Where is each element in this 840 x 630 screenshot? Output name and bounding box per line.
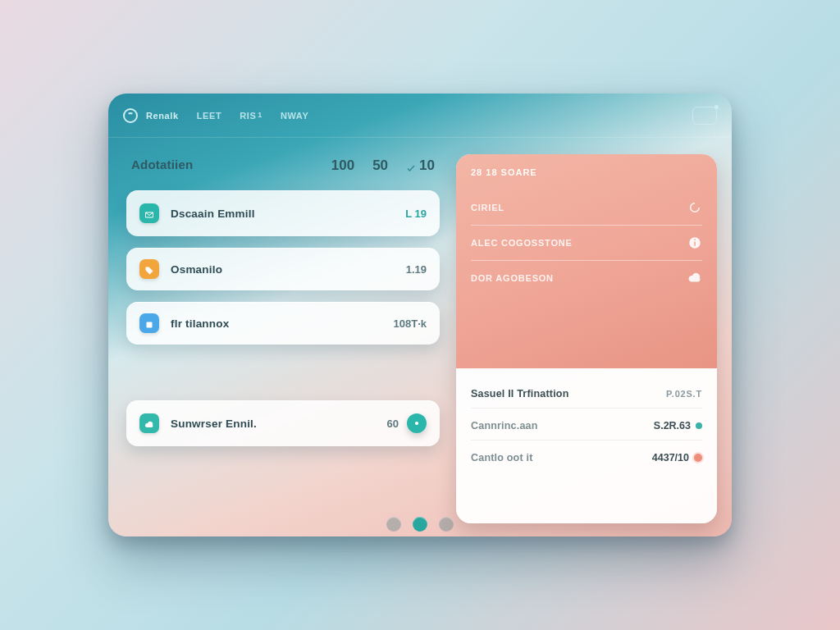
mail-icon [139, 203, 159, 223]
dock-dot[interactable] [386, 517, 401, 532]
list-item[interactable]: Osmanilo 1.19 [126, 248, 440, 290]
metric-3: 10 [406, 158, 435, 176]
list-item-value: 108T·k [394, 317, 427, 330]
summary-value: 4437/10 [652, 452, 689, 463]
summary-label: Cantlo oot it [471, 452, 533, 463]
tag-icon [139, 259, 159, 279]
summary-value: P.02S.T [666, 389, 702, 399]
list-item[interactable]: Dscaain Emmill L 19 [126, 190, 440, 236]
item-list: Dscaain Emmill L 19 Osmanilo 1.19 flr ti… [126, 190, 440, 446]
svg-point-1 [415, 422, 418, 425]
side-row-label: DOR AGOBESON [471, 273, 554, 283]
tab-ris-label: RIS [240, 111, 256, 121]
side-card: 28 18 SOARE CIRIEL ALEC COGOSSTONE DOR A… [456, 154, 717, 523]
section-title: Adotatiien [131, 158, 193, 171]
list-item-label: Osmanilo [171, 263, 222, 276]
list-item-label: flr tilannox [171, 317, 229, 330]
side-row[interactable]: DOR AGOBESON [471, 261, 702, 295]
brand-label: Renalk [146, 111, 179, 121]
nav-tabs: LEET RIS1 NWAY [197, 111, 309, 121]
metrics: 100 50 10 [331, 158, 435, 176]
svg-rect-4 [694, 240, 696, 241]
cloud-icon [687, 271, 702, 285]
metric-2: 50 [372, 158, 388, 176]
side-row[interactable]: CIRIEL [471, 190, 702, 226]
list-item[interactable]: Sunwrser Ennil. 60 [126, 400, 440, 446]
side-row-label: CIRIEL [471, 203, 504, 212]
app-window: Renalk LEET RIS1 NWAY Adotatiien 100 [108, 94, 732, 536]
right-pane: 28 18 SOARE CIRIEL ALEC COGOSSTONE DOR A… [451, 149, 732, 528]
loop-icon [687, 200, 702, 215]
side-card-top: 28 18 SOARE CIRIEL ALEC COGOSSTONE DOR A… [456, 154, 717, 368]
tab-ris-badge: 1 [258, 111, 262, 119]
list-item-value: 60 [387, 418, 399, 430]
side-card-header: 28 18 SOARE [471, 167, 702, 177]
tab-nway[interactable]: NWAY [281, 111, 308, 121]
list-item-label: Sunwrser Ennil. [171, 418, 257, 430]
side-row[interactable]: ALEC COGOSSTONE [471, 226, 702, 261]
list-item-label: Dscaain Emmill [171, 208, 255, 220]
tab-ris[interactable]: RIS1 [240, 111, 262, 121]
list-item-value: L 19 [405, 208, 427, 220]
check-icon [406, 161, 416, 171]
side-card-bottom: Sasuel II Trfinattion P.02S.T Cannrinc.a… [456, 368, 717, 523]
dock [386, 517, 454, 532]
list-item-value: 1.19 [406, 263, 427, 276]
box-icon [139, 313, 159, 333]
summary-row[interactable]: Cannrinc.aan S.2R.63 [471, 412, 702, 441]
summary-label: Sasuel II Trfinattion [471, 388, 569, 399]
dock-dot[interactable] [439, 517, 454, 532]
status-badge-icon[interactable] [407, 413, 427, 433]
summary-label: Cannrinc.aan [471, 420, 538, 431]
tab-leet[interactable]: LEET [197, 111, 222, 121]
summary-value: S.2R.63 [654, 420, 691, 431]
summary-row[interactable]: Sasuel II Trfinattion P.02S.T [471, 380, 702, 409]
brand[interactable]: Renalk [123, 108, 179, 123]
svg-rect-0 [147, 322, 153, 328]
metric-1: 100 [331, 158, 354, 176]
status-dot-icon [696, 422, 702, 429]
info-icon [687, 235, 702, 250]
brand-icon [123, 108, 138, 123]
metric-3-value: 10 [419, 158, 435, 174]
top-bar: Renalk LEET RIS1 NWAY [108, 94, 732, 138]
left-header: Adotatiien 100 50 10 [126, 154, 440, 187]
metric-1-value: 100 [331, 158, 354, 174]
side-row-label: ALEC COGOSSTONE [471, 238, 573, 248]
body: Adotatiien 100 50 10 [108, 138, 732, 536]
list-item[interactable]: flr tilannox 108T·k [126, 302, 440, 345]
summary-row[interactable]: Cantlo oot it 4437/10 [471, 444, 702, 472]
dock-dot[interactable] [413, 517, 427, 532]
left-pane: Adotatiien 100 50 10 [108, 149, 451, 528]
status-dot-icon [694, 454, 702, 462]
window-control-icon[interactable] [692, 107, 717, 125]
svg-rect-3 [694, 242, 696, 246]
cloud-icon [139, 413, 159, 433]
metric-2-value: 50 [372, 158, 388, 174]
